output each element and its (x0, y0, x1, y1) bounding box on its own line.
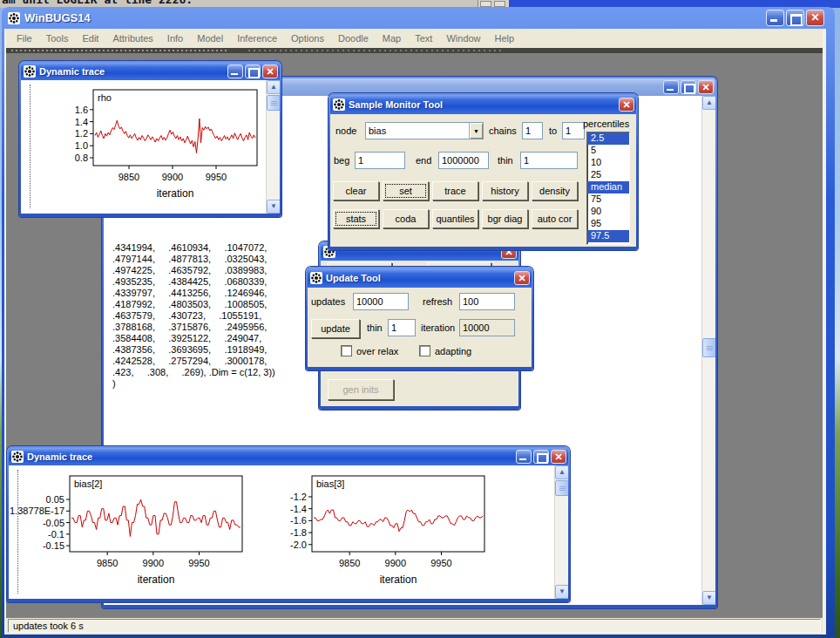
menu-item[interactable]: Inference (230, 31, 284, 46)
monitor-button[interactable]: coda (383, 209, 429, 228)
percentile-item[interactable]: 95 (587, 218, 629, 230)
maximize-button[interactable] (245, 64, 261, 78)
end-input[interactable] (438, 152, 489, 169)
console-scroll-box (480, 1, 491, 7)
update-tool-title: Update Tool (326, 273, 512, 283)
over-relax-checkbox[interactable] (341, 345, 352, 356)
chevron-down-icon[interactable]: ▼ (469, 123, 483, 139)
menu-item[interactable]: Info (160, 31, 190, 46)
menu-item[interactable]: Window (439, 31, 487, 46)
svg-text:0.8: 0.8 (75, 153, 88, 163)
monitor-button[interactable]: history (482, 181, 528, 200)
close-button[interactable]: ✕ (514, 271, 530, 285)
thin-input[interactable] (520, 152, 578, 169)
close-button[interactable]: ✕ (619, 98, 634, 112)
svg-text:1.4: 1.4 (75, 117, 88, 127)
minimize-button[interactable] (663, 80, 679, 94)
document-line: .4242528, .2757294, .3000178, (112, 356, 275, 367)
percentile-item[interactable]: 5 (587, 145, 629, 157)
sample-monitor-body: node bias ▼ chains to beg end thin clear… (330, 114, 636, 247)
menu-item[interactable]: Model (190, 31, 230, 46)
trace-plot-rho: 1.61.41.21.00.8985099009950rhoiteration (21, 80, 267, 211)
monitor-button[interactable]: bgr diag (482, 209, 528, 228)
node-label: node (335, 126, 356, 136)
percentiles-listbox[interactable]: 2.551025median75909597.5 (586, 132, 630, 245)
document-scrollbar[interactable]: ▲ ▼ (701, 96, 715, 605)
maximize-button[interactable] (681, 80, 696, 94)
menu-item[interactable]: File (10, 31, 39, 46)
end-label: end (416, 155, 431, 166)
menu-item[interactable]: Map (376, 31, 408, 46)
percentile-item[interactable]: 97.5 (587, 230, 629, 242)
trace-scrollbar[interactable]: ▲ ▼ (554, 465, 568, 599)
updates-input[interactable] (353, 293, 409, 310)
document-line: .4339797, .4413256, .1246946, (112, 288, 275, 299)
scroll-down-icon[interactable]: ▼ (267, 200, 280, 214)
svg-text:1.0: 1.0 (75, 140, 88, 151)
chains-label: chains (489, 126, 517, 136)
monitor-button[interactable]: quantiles (432, 209, 478, 228)
node-combobox[interactable]: bias ▼ (365, 122, 484, 139)
chains-input[interactable] (522, 122, 543, 139)
menu-item[interactable]: Text (408, 31, 439, 46)
svg-text:0.05: 0.05 (46, 494, 64, 505)
percentile-item[interactable]: 75 (587, 193, 629, 206)
trace-scrollbar[interactable]: ▲ ▼ (266, 80, 280, 214)
window-icon (333, 98, 345, 111)
monitor-button[interactable]: clear (333, 181, 379, 200)
close-button[interactable]: ✕ (551, 450, 566, 464)
monitor-button[interactable]: auto cor (532, 209, 578, 228)
minimize-button[interactable] (227, 64, 243, 78)
over-relax-label: over relax (356, 346, 398, 356)
gen-inits-button[interactable]: gen inits (328, 379, 394, 400)
scrollbar-thumb[interactable] (267, 95, 280, 111)
percentile-item[interactable]: 2.5 (587, 132, 629, 145)
monitor-button[interactable]: set (383, 181, 429, 200)
close-button[interactable]: ✕ (698, 80, 714, 94)
minimize-button[interactable] (516, 450, 532, 464)
beg-input[interactable] (355, 152, 405, 169)
iteration-field (459, 319, 515, 336)
scroll-down-icon[interactable]: ▼ (702, 591, 715, 605)
svg-text:-0.1: -0.1 (48, 529, 64, 540)
update-tool-titlebar: Update Tool ✕ (308, 268, 532, 288)
minimize-button[interactable] (766, 10, 784, 26)
mdi-top-edge (6, 48, 823, 53)
menu-item[interactable]: Tools (39, 31, 76, 46)
menu-item[interactable]: Edit (75, 31, 105, 46)
scroll-up-icon[interactable]: ▲ (555, 465, 568, 479)
menu-item[interactable]: Doodle (331, 31, 376, 46)
refresh-input[interactable] (459, 293, 515, 310)
scrollbar-thumb[interactable] (555, 480, 568, 496)
maximize-button[interactable] (786, 10, 804, 26)
menu-item[interactable]: Attributes (105, 31, 159, 46)
scrollbar-thumb[interactable] (702, 338, 715, 357)
percentile-item[interactable]: 90 (587, 206, 629, 218)
scroll-up-icon[interactable]: ▲ (267, 80, 280, 94)
percentile-item[interactable]: 10 (587, 157, 629, 169)
maximize-button[interactable] (533, 450, 549, 464)
chains-to-input[interactable] (562, 122, 585, 139)
menu-item[interactable]: Options (284, 31, 331, 46)
svg-text:9950: 9950 (206, 172, 227, 182)
window-icon (24, 65, 36, 78)
update-tool-body: updates refresh update thin iteration ov… (308, 288, 532, 367)
percentile-item[interactable]: median (587, 181, 629, 193)
close-button[interactable]: ✕ (262, 64, 278, 78)
svg-text:-1.8: -1.8 (290, 527, 307, 538)
monitor-button[interactable]: density (532, 181, 578, 200)
adapting-checkbox[interactable] (419, 345, 430, 356)
thin-input[interactable] (388, 319, 416, 336)
close-button[interactable]: ✕ (806, 10, 824, 26)
scroll-up-icon[interactable]: ▲ (702, 96, 715, 110)
scroll-down-icon[interactable]: ▼ (555, 585, 568, 599)
monitor-button[interactable]: trace (432, 181, 478, 200)
svg-text:9850: 9850 (339, 558, 360, 568)
update-button[interactable]: update (311, 319, 360, 338)
menu-item[interactable]: Help (488, 31, 522, 46)
monitor-button[interactable]: stats (333, 209, 379, 228)
svg-text:bias[3]: bias[3] (316, 478, 344, 489)
document-line: .4187992, .4803503, .1008505, (112, 299, 275, 310)
percentile-item[interactable]: 25 (587, 169, 629, 181)
svg-text:iteration: iteration (380, 574, 417, 586)
